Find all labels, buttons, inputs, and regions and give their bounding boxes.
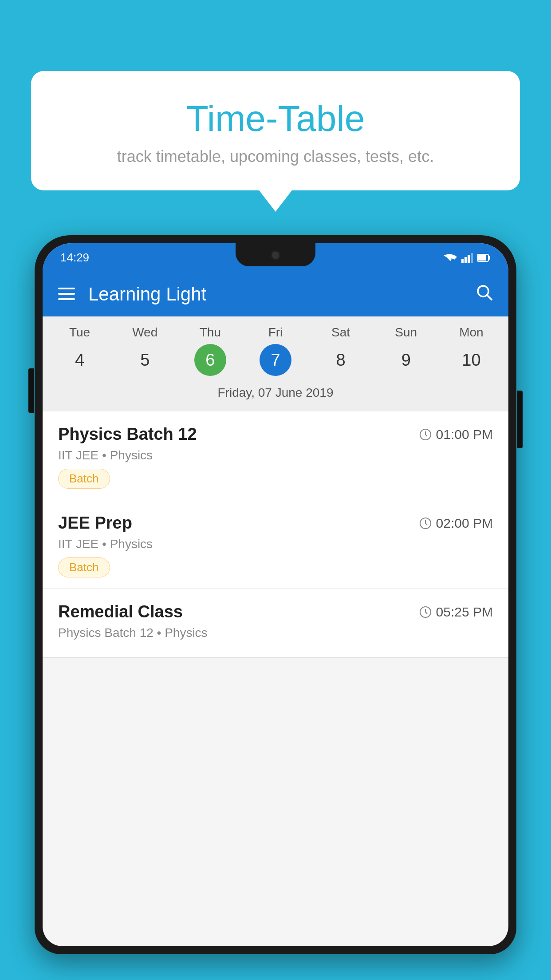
menu-icon[interactable] [58, 286, 75, 303]
svg-rect-7 [58, 288, 75, 289]
schedule-item-subtitle: IIT JEE • Physics [58, 448, 493, 462]
schedule-item-time: 02:00 PM [419, 516, 493, 531]
svg-rect-9 [58, 298, 75, 300]
calendar-day-7[interactable]: Fri7 [247, 325, 304, 376]
schedule-item-header: Physics Batch 12 01:00 PM [58, 425, 493, 444]
batch-tag: Batch [58, 557, 110, 577]
bubble-title: Time-Table [53, 98, 498, 139]
cal-day-name: Wed [132, 325, 157, 340]
search-icon[interactable] [476, 284, 493, 305]
wifi-icon [444, 253, 457, 263]
calendar-day-4[interactable]: Tue4 [51, 325, 109, 376]
cal-day-number[interactable]: 5 [129, 344, 161, 376]
calendar-day-6[interactable]: Thu6 [181, 325, 239, 376]
calendar-day-9[interactable]: Sun9 [377, 325, 435, 376]
signal-icon [461, 253, 473, 263]
status-bar: 14:29 [43, 243, 508, 272]
schedule-item-1[interactable]: JEE Prep 02:00 PM IIT JEE • Physics Batc… [43, 500, 508, 589]
cal-day-number[interactable]: 8 [325, 344, 357, 376]
phone-outer: 14:29 [35, 235, 516, 954]
svg-rect-2 [468, 255, 470, 263]
schedule-item-subtitle: Physics Batch 12 • Physics [58, 626, 493, 640]
cal-day-name: Thu [200, 325, 221, 340]
cal-day-number[interactable]: 7 [260, 344, 291, 376]
calendar-section: Tue4Wed5Thu6Fri7Sat8Sun9Mon10 Friday, 07… [43, 316, 508, 411]
battery-icon [477, 253, 491, 262]
app-bar: Learning Light [43, 272, 508, 316]
svg-rect-3 [471, 253, 473, 263]
svg-rect-8 [58, 293, 75, 295]
svg-rect-1 [464, 257, 467, 263]
cal-day-number[interactable]: 4 [64, 344, 96, 376]
clock-icon [419, 517, 432, 530]
camera-notch [271, 250, 280, 260]
schedule-item-2[interactable]: Remedial Class 05:25 PM Physics Batch 12… [43, 589, 508, 658]
schedule-item-0[interactable]: Physics Batch 12 01:00 PM IIT JEE • Phys… [43, 411, 508, 500]
cal-day-name: Sun [395, 325, 417, 340]
schedule-item-title: Physics Batch 12 [58, 425, 197, 444]
phone-mockup: 14:29 [35, 235, 516, 980]
cal-day-name: Mon [459, 325, 483, 340]
cal-day-name: Sat [331, 325, 350, 340]
cal-day-number[interactable]: 9 [390, 344, 422, 376]
svg-point-10 [478, 286, 488, 296]
calendar-day-10[interactable]: Mon10 [442, 325, 500, 376]
calendar-days-row: Tue4Wed5Thu6Fri7Sat8Sun9Mon10 [47, 325, 504, 376]
schedule-item-header: Remedial Class 05:25 PM [58, 602, 493, 621]
svg-rect-6 [488, 256, 490, 260]
bubble-subtitle: track timetable, upcoming classes, tests… [53, 147, 498, 166]
svg-line-11 [487, 295, 492, 300]
selected-date-label: Friday, 07 June 2019 [47, 381, 504, 407]
schedule-item-time: 05:25 PM [419, 605, 493, 620]
calendar-day-5[interactable]: Wed5 [116, 325, 174, 376]
speech-bubble-container: Time-Table track timetable, upcoming cla… [31, 71, 520, 190]
status-time: 14:29 [60, 251, 89, 265]
schedule-item-title: Remedial Class [58, 602, 183, 621]
clock-icon [419, 428, 432, 441]
app-bar-title: Learning Light [88, 284, 476, 305]
schedule-item-header: JEE Prep 02:00 PM [58, 514, 493, 533]
cal-day-name: Tue [69, 325, 90, 340]
svg-rect-5 [478, 255, 486, 261]
schedule-list: Physics Batch 12 01:00 PM IIT JEE • Phys… [43, 411, 508, 658]
speech-bubble: Time-Table track timetable, upcoming cla… [31, 71, 520, 190]
schedule-item-title: JEE Prep [58, 514, 132, 533]
batch-tag: Batch [58, 469, 110, 489]
svg-rect-0 [461, 259, 464, 263]
calendar-day-8[interactable]: Sat8 [312, 325, 370, 376]
status-icons [444, 253, 491, 263]
cal-day-number[interactable]: 10 [455, 344, 487, 376]
phone-inner: 14:29 [43, 243, 508, 946]
clock-icon [419, 606, 432, 618]
cal-day-name: Fri [268, 325, 283, 340]
schedule-item-time: 01:00 PM [419, 427, 493, 442]
cal-day-number[interactable]: 6 [194, 344, 226, 376]
schedule-item-subtitle: IIT JEE • Physics [58, 537, 493, 551]
